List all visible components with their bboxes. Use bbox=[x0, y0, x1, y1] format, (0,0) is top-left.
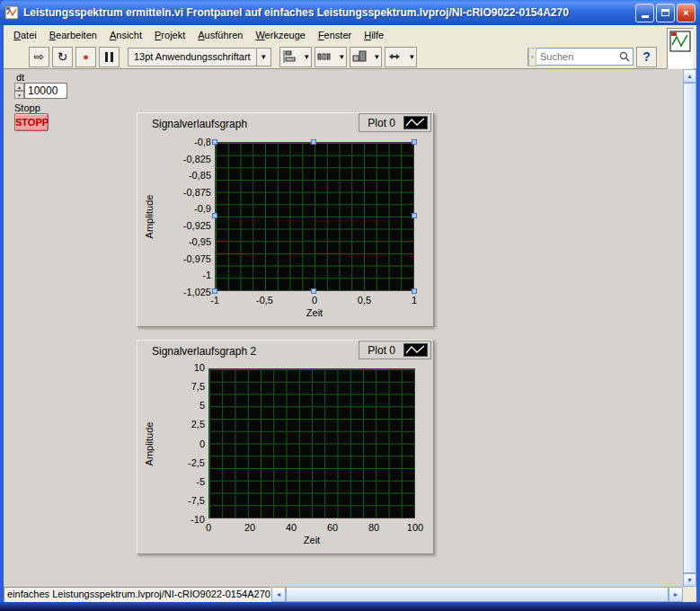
graph2-plot-area[interactable] bbox=[208, 368, 415, 518]
run-button[interactable]: ⇨ bbox=[29, 47, 49, 67]
titlebar[interactable]: Leistungsspektrum ermitteln.vi Frontpane… bbox=[0, 0, 700, 25]
menu-ansicht[interactable]: Ansicht bbox=[103, 27, 148, 43]
graph2-xticks: 0 20 40 60 80 100 bbox=[194, 522, 430, 533]
horizontal-scrollbar[interactable]: ◄ ► bbox=[271, 587, 683, 602]
scroll-up-icon[interactable]: ▲ bbox=[683, 69, 696, 83]
stopp-label: Stopp bbox=[14, 102, 40, 113]
increment-button[interactable]: ▲ bbox=[14, 83, 24, 91]
dt-label: dt bbox=[16, 72, 24, 83]
front-panel[interactable]: dt ▲ ▼ Stopp STOPP Signalverlaufsgraph P… bbox=[4, 69, 683, 587]
minimize-icon bbox=[642, 15, 649, 18]
graph1-xlabel: Zeit bbox=[215, 307, 414, 318]
graph1-legend-label: Plot 0 bbox=[368, 117, 395, 129]
graph1-xticks: -1 -0,5 0 0,5 1 bbox=[200, 295, 429, 306]
menu-datei[interactable]: Datei bbox=[7, 27, 43, 43]
font-selector-label: 13pt Anwendungsschriftart bbox=[128, 51, 256, 62]
selection-handle[interactable] bbox=[212, 288, 217, 294]
selection-handle[interactable] bbox=[311, 288, 316, 294]
font-selector[interactable]: 13pt Anwendungsschriftart ▾ bbox=[128, 48, 271, 66]
context-help-box: einfaches Leistungsspektrum.lvproj/NI-cR… bbox=[4, 587, 271, 602]
run-icon: ⇨ bbox=[34, 49, 45, 64]
run-continuous-button[interactable]: ↻ bbox=[52, 47, 73, 67]
dt-numeric-control: ▲ ▼ bbox=[14, 83, 67, 99]
vertical-scrollbar[interactable]: ▲ ▼ bbox=[683, 69, 696, 587]
chevron-down-icon: ▾ bbox=[375, 52, 379, 61]
close-icon: × bbox=[683, 7, 688, 18]
close-button[interactable]: × bbox=[677, 4, 696, 22]
menu-projekt[interactable]: Projekt bbox=[148, 27, 191, 43]
menu-hilfe[interactable]: Hilfe bbox=[358, 27, 390, 43]
graph1-title: Signalverlaufsgraph bbox=[152, 118, 247, 130]
decrement-button[interactable]: ▼ bbox=[14, 91, 24, 99]
help-button[interactable]: ? bbox=[636, 47, 657, 67]
graph1-plot-legend[interactable]: Plot 0 bbox=[359, 113, 431, 132]
menu-werkzeuge[interactable]: Werkzeuge bbox=[249, 27, 311, 43]
window-title: Leistungsspektrum ermitteln.vi Frontpane… bbox=[23, 6, 631, 19]
distribute-objects-button[interactable]: ▾ bbox=[315, 47, 347, 67]
chevron-down-icon: ▾ bbox=[340, 52, 344, 61]
abort-button[interactable]: ● bbox=[75, 47, 96, 67]
selection-handle[interactable] bbox=[212, 213, 217, 218]
pause-button[interactable] bbox=[99, 47, 120, 67]
graph2-title: Signalverlaufsgraph 2 bbox=[152, 345, 256, 358]
graph2-legend-label: Plot 0 bbox=[368, 344, 395, 357]
scroll-down-icon[interactable]: ▼ bbox=[683, 573, 696, 587]
labview-frontpanel-window: Leistungsspektrum ermitteln.vi Frontpane… bbox=[0, 0, 700, 611]
vi-icon bbox=[669, 31, 691, 52]
minimize-button[interactable] bbox=[635, 4, 654, 22]
stopp-button[interactable]: STOPP bbox=[14, 113, 49, 131]
resize-objects-button[interactable]: ▾ bbox=[350, 47, 382, 67]
graph1-yticks: -0,8 -0,825 -0,85 -0,875 -0,9 -0,925 -0,… bbox=[164, 137, 211, 297]
vi-icon-pane[interactable] bbox=[667, 28, 694, 69]
graph2-yticks: 10 7,5 5 2,5 0 -2,5 -5 -7,5 -10 bbox=[174, 362, 205, 525]
align-objects-icon bbox=[282, 49, 297, 64]
chevron-down-icon: ▾ bbox=[305, 52, 309, 61]
selection-handle[interactable] bbox=[311, 139, 316, 145]
selection-handle[interactable] bbox=[412, 213, 417, 218]
dt-value-field[interactable] bbox=[24, 83, 67, 99]
distribute-objects-icon bbox=[317, 49, 332, 64]
plot-line-sample-icon bbox=[403, 116, 428, 129]
waveform-graph-2[interactable]: Signalverlaufsgraph 2 Plot 0 Amplitude 1… bbox=[137, 340, 434, 554]
menu-fenster[interactable]: Fenster bbox=[312, 27, 358, 43]
run-continuous-icon: ↻ bbox=[58, 49, 68, 64]
search-icon[interactable] bbox=[618, 50, 631, 63]
menubar: Datei Bearbeiten Ansicht Projekt Ausführ… bbox=[4, 25, 696, 45]
selection-handle[interactable] bbox=[412, 288, 417, 294]
menu-bearbeiten[interactable]: Bearbeiten bbox=[43, 27, 103, 43]
scrollbar-corner bbox=[683, 587, 696, 602]
window-content: Datei Bearbeiten Ansicht Projekt Ausführ… bbox=[4, 25, 696, 602]
labview-vi-icon bbox=[4, 5, 19, 20]
toolbar: ⇨ ↻ ● 13pt Anwendungsschriftart ▾ ▾ ▾ bbox=[4, 45, 696, 69]
menu-ausfuehren[interactable]: Ausführen bbox=[191, 27, 249, 43]
graph2-xlabel: Zeit bbox=[208, 535, 415, 545]
plot-line-sample-icon bbox=[403, 343, 428, 357]
search-scope-button[interactable]: › bbox=[528, 48, 536, 66]
maximize-icon bbox=[661, 9, 669, 16]
help-icon: ? bbox=[642, 49, 651, 64]
reorder-objects-button[interactable]: ▾ bbox=[385, 47, 417, 67]
scroll-right-icon[interactable]: ► bbox=[669, 587, 683, 602]
resize-objects-icon bbox=[352, 49, 367, 64]
waveform-graph-1[interactable]: Signalverlaufsgraph Plot 0 Amplitude -0,… bbox=[137, 112, 434, 327]
scroll-left-icon[interactable]: ◄ bbox=[271, 587, 286, 602]
selection-handle[interactable] bbox=[412, 139, 417, 145]
chevron-down-icon[interactable]: ▾ bbox=[256, 49, 270, 66]
vertical-scrollbar-thumb[interactable] bbox=[683, 83, 696, 573]
graph1-plot-area[interactable] bbox=[215, 142, 414, 291]
chevron-down-icon: ▾ bbox=[410, 52, 414, 61]
graph1-ylabel: Amplitude bbox=[144, 195, 155, 239]
pause-icon bbox=[105, 52, 113, 62]
horizontal-scrollbar-thumb[interactable] bbox=[286, 587, 669, 602]
window-bottom-border bbox=[0, 602, 700, 611]
abort-icon: ● bbox=[83, 51, 89, 62]
search-input[interactable] bbox=[536, 51, 618, 62]
graph2-plot-legend[interactable]: Plot 0 bbox=[359, 341, 431, 359]
maximize-button[interactable] bbox=[656, 4, 675, 22]
reorder-objects-icon bbox=[387, 49, 402, 64]
selection-handle[interactable] bbox=[212, 139, 217, 145]
align-objects-button[interactable]: ▾ bbox=[279, 47, 312, 67]
search-box: › bbox=[527, 48, 634, 66]
statusbar: einfaches Leistungsspektrum.lvproj/NI-cR… bbox=[4, 587, 696, 602]
graph2-ylabel: Amplitude bbox=[144, 422, 155, 466]
